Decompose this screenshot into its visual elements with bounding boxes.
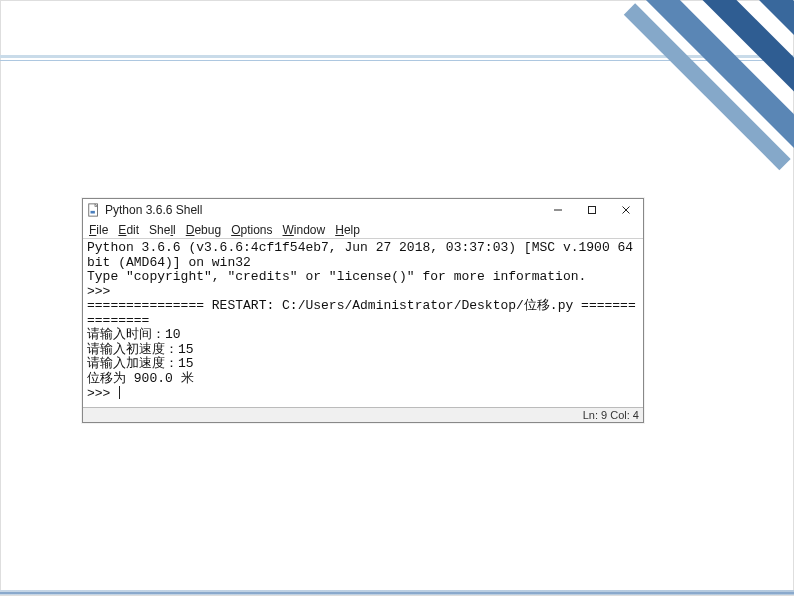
titlebar[interactable]: Python 3.6.6 Shell xyxy=(83,199,643,221)
shell-line: bit (AMD64)] on win32 xyxy=(87,255,251,270)
shell-prompt: >>> xyxy=(87,284,118,299)
svg-rect-1 xyxy=(91,211,95,214)
maximize-button[interactable] xyxy=(575,199,609,221)
statusbar: Ln: 9 Col: 4 xyxy=(83,407,643,422)
shell-content[interactable]: Python 3.6.6 (v3.6.6:4cf1f54eb7, Jun 27 … xyxy=(83,239,643,407)
python-shell-window: Python 3.6.6 Shell File Edit Shell Debug… xyxy=(82,198,644,423)
menu-file[interactable]: File xyxy=(89,223,108,237)
window-title: Python 3.6.6 Shell xyxy=(105,203,202,217)
shell-line: 请输入加速度：15 xyxy=(87,356,194,371)
minimize-button[interactable] xyxy=(541,199,575,221)
shell-line: Type "copyright", "credits" or "license(… xyxy=(87,269,586,284)
close-button[interactable] xyxy=(609,199,643,221)
menubar: File Edit Shell Debug Options Window Hel… xyxy=(83,221,643,239)
shell-line: =============== RESTART: C:/Users/Admini… xyxy=(87,298,636,313)
menu-window[interactable]: Window xyxy=(283,223,326,237)
shell-line: ======== xyxy=(87,313,149,328)
shell-line: Python 3.6.6 (v3.6.6:4cf1f54eb7, Jun 27 … xyxy=(87,240,633,255)
shell-line: 请输入时间：10 xyxy=(87,327,181,342)
window-controls xyxy=(541,199,643,221)
corner-chevron-decoration xyxy=(588,0,794,206)
menu-options[interactable]: Options xyxy=(231,223,272,237)
shell-line: 请输入初速度：15 xyxy=(87,342,194,357)
menu-edit[interactable]: Edit xyxy=(118,223,139,237)
text-cursor xyxy=(119,386,120,399)
shell-prompt: >>> xyxy=(87,386,118,401)
python-file-icon xyxy=(87,203,101,217)
menu-shell[interactable]: Shell xyxy=(149,223,176,237)
svg-rect-3 xyxy=(589,207,596,214)
shell-line: 位移为 900.0 米 xyxy=(87,371,194,386)
status-position: Ln: 9 Col: 4 xyxy=(583,409,639,421)
menu-help[interactable]: Help xyxy=(335,223,360,237)
bottom-decoration-line xyxy=(0,592,794,594)
menu-debug[interactable]: Debug xyxy=(186,223,221,237)
